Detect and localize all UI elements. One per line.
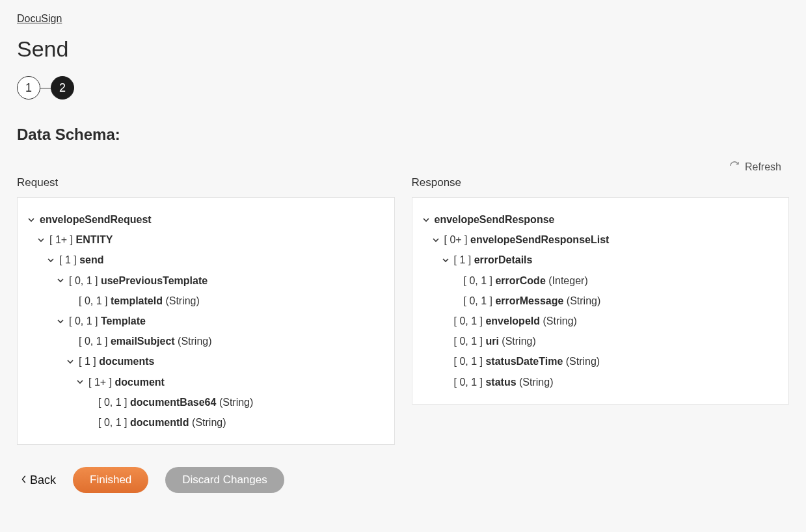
tree-node-label: envelopeSendResponse (435, 209, 555, 230)
tree-node: [ 0, 1 ] emailSubject (String) (66, 331, 385, 351)
tree-node-label: [ 0, 1 ] uri (String) (454, 331, 536, 351)
tree-node: [ 0, 1 ] envelopeId (String) (441, 311, 780, 331)
chevron-down-icon[interactable] (46, 256, 55, 265)
tree-children: [ 0, 1 ] errorCode (Integer)[ 0, 1 ] err… (441, 271, 780, 311)
tree-children: [ 1+ ] document[ 0, 1 ] documentBase64 (… (66, 372, 385, 433)
chevron-down-icon[interactable] (75, 377, 85, 386)
tree-node[interactable]: envelopeSendResponse (422, 209, 780, 230)
tree-node-label: [ 0, 1 ] templateId (String) (79, 291, 200, 311)
chevron-down-icon[interactable] (441, 256, 450, 265)
tree-node[interactable]: [ 1+ ] ENTITY (36, 230, 385, 250)
tree-node-label: [ 0, 1 ] errorMessage (String) (464, 291, 601, 311)
tree-node-label: [ 0+ ] envelopeSendResponseList (444, 230, 610, 250)
tree-node-label: [ 0, 1 ] statusDateTime (String) (454, 351, 600, 371)
tree-node-label: [ 0, 1 ] documentId (String) (98, 412, 226, 432)
tree-node: [ 0, 1 ] errorMessage (String) (451, 291, 780, 311)
chevron-down-icon[interactable] (27, 215, 36, 224)
section-heading: Data Schema: (17, 126, 789, 144)
tree-children: [ 0, 1 ] templateId (String) (56, 291, 385, 311)
tree-node-label: [ 0, 1 ] usePreviousTemplate (69, 271, 208, 291)
tree-node: [ 0, 1 ] errorCode (Integer) (451, 271, 780, 291)
tree-node: [ 0, 1 ] templateId (String) (66, 291, 385, 311)
tree-node-label: [ 0, 1 ] envelopeId (String) (454, 311, 577, 331)
chevron-down-icon[interactable] (422, 215, 431, 224)
tree-node-label: [ 0, 1 ] emailSubject (String) (79, 331, 212, 351)
refresh-button[interactable]: Refresh (17, 161, 789, 174)
tree-node[interactable]: [ 1 ] send (46, 250, 385, 270)
breadcrumb: DocuSign (17, 13, 789, 25)
tree-children: [ 1 ] errorDetails[ 0, 1 ] errorCode (In… (431, 250, 780, 392)
chevron-left-icon (21, 473, 27, 487)
tree-children: [ 0, 1 ] documentBase64 (String)[ 0, 1 ]… (75, 392, 385, 432)
tree-node: [ 0, 1 ] documentId (String) (85, 412, 385, 432)
tree-node-label: [ 1+ ] document (88, 372, 165, 392)
step-indicator: 1 2 (17, 76, 789, 100)
tree-children: [ 0, 1 ] usePreviousTemplate[ 0, 1 ] tem… (46, 271, 385, 433)
tree-node-label: [ 1 ] documents (79, 351, 154, 371)
tree-node-label: [ 0, 1 ] status (String) (454, 372, 554, 392)
refresh-label: Refresh (745, 161, 781, 173)
tree-node: [ 0, 1 ] documentBase64 (String) (85, 392, 385, 412)
step-separator (40, 88, 51, 88)
tree-node-label: [ 0, 1 ] Template (69, 311, 146, 331)
tree-node-label: envelopeSendRequest (40, 209, 152, 230)
tree-children: [ 0, 1 ] emailSubject (String)[ 1 ] docu… (56, 331, 385, 432)
tree-node-label: [ 0, 1 ] documentBase64 (String) (98, 392, 253, 412)
tree-node-label: [ 1+ ] ENTITY (49, 230, 113, 250)
step-1[interactable]: 1 (17, 76, 40, 100)
response-tree: envelopeSendResponse[ 0+ ] envelopeSendR… (422, 209, 780, 392)
tree-children: [ 1 ] send[ 0, 1 ] usePreviousTemplate[ … (36, 250, 385, 432)
tree-children: [ 0+ ] envelopeSendResponseList[ 1 ] err… (422, 230, 780, 392)
tree-node: [ 0, 1 ] status (String) (441, 372, 780, 392)
tree-node[interactable]: [ 1 ] errorDetails (441, 250, 780, 270)
chevron-down-icon[interactable] (66, 357, 75, 366)
response-label: Response (412, 176, 790, 189)
chevron-down-icon[interactable] (56, 317, 65, 326)
discard-changes-button[interactable]: Discard Changes (165, 467, 284, 493)
back-button[interactable]: Back (21, 473, 56, 487)
tree-node[interactable]: [ 1 ] documents (66, 351, 385, 371)
tree-node[interactable]: [ 0, 1 ] usePreviousTemplate (56, 271, 385, 291)
breadcrumb-link-docusign[interactable]: DocuSign (17, 13, 62, 24)
tree-node-label: [ 1 ] send (59, 250, 103, 270)
chevron-down-icon[interactable] (36, 235, 46, 245)
tree-node: [ 0, 1 ] statusDateTime (String) (441, 351, 780, 371)
request-tree: envelopeSendRequest[ 1+ ] ENTITY[ 1 ] se… (27, 209, 385, 432)
tree-node[interactable]: [ 0+ ] envelopeSendResponseList (431, 230, 780, 250)
tree-node-label: [ 1 ] errorDetails (454, 250, 533, 270)
chevron-down-icon[interactable] (56, 276, 65, 285)
tree-node[interactable]: envelopeSendRequest (27, 209, 385, 230)
tree-node[interactable]: [ 0, 1 ] Template (56, 311, 385, 331)
tree-node: [ 0, 1 ] uri (String) (441, 331, 780, 351)
back-label: Back (30, 473, 56, 487)
request-label: Request (17, 176, 395, 189)
tree-node[interactable]: [ 1+ ] document (75, 372, 385, 392)
chevron-down-icon[interactable] (431, 235, 440, 245)
finished-button[interactable]: Finished (73, 467, 148, 493)
tree-children: [ 1+ ] ENTITY[ 1 ] send[ 0, 1 ] usePrevi… (27, 230, 385, 432)
refresh-icon (729, 161, 740, 174)
page-title: Send (17, 36, 789, 62)
step-2[interactable]: 2 (51, 76, 74, 100)
tree-node-label: [ 0, 1 ] errorCode (Integer) (464, 271, 588, 291)
